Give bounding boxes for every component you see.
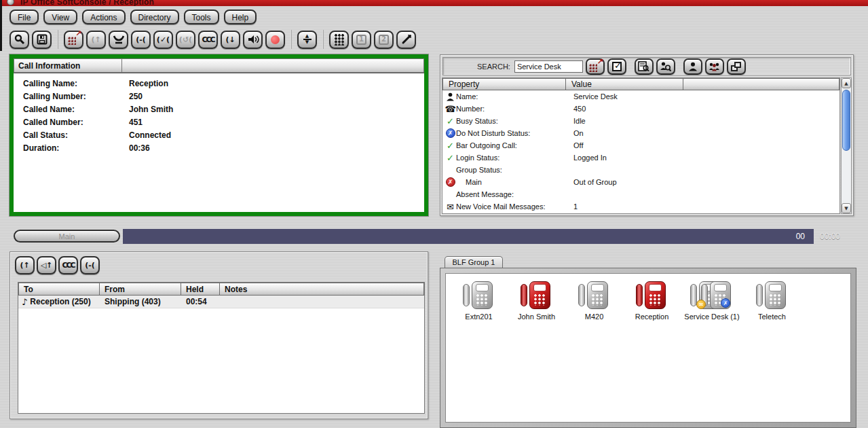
scrollbar-thumb[interactable]: [842, 90, 850, 151]
table-row[interactable]: ✉ New Voice Mail Messages:1: [442, 200, 839, 213]
call-field: Called Number:451: [23, 118, 424, 130]
search-button[interactable]: [10, 31, 29, 49]
transfer-button[interactable]: (-(: [131, 31, 151, 49]
table-row[interactable]: Group Status:: [442, 164, 839, 176]
transfer-complete-button[interactable]: (✓(: [153, 31, 173, 49]
menu-help[interactable]: Help: [224, 10, 257, 24]
voicemail-icon: ✉: [445, 202, 456, 212]
speaker-pickup-icon: ◁↑: [41, 262, 53, 269]
send-message-button[interactable]: [607, 58, 626, 75]
person-icon: [688, 62, 698, 71]
floppy-icon: [37, 34, 48, 45]
call-information-title: Call Information: [14, 58, 122, 73]
table-row[interactable]: ✗ Do Not Disturb Status:On: [442, 127, 839, 139]
hold-call-button[interactable]: (↓: [221, 31, 240, 49]
table-row[interactable]: Name:Service Desk: [442, 90, 839, 103]
scroll-up-icon[interactable]: ▲: [842, 78, 851, 88]
call-field: Duration:00:36: [23, 143, 424, 156]
call-field: Calling Name:Reception: [23, 79, 424, 92]
transfer-icon: (-(: [136, 36, 146, 43]
title-bar[interactable]: IP Office SoftConsole / Reception: [0, 0, 868, 6]
save-profile-button[interactable]: [32, 31, 52, 49]
directory-scrollbar[interactable]: ▲ ▼: [841, 77, 852, 214]
profile-2-button[interactable]: 2: [374, 31, 394, 49]
window-title: IP Office SoftConsole / Reception: [20, 0, 154, 6]
table-row[interactable]: ✓ Login Status:Logged In: [442, 151, 839, 164]
menu-view[interactable]: View: [43, 10, 77, 24]
make-call-button[interactable]: ↗: [64, 31, 83, 49]
preferences-button[interactable]: [396, 31, 416, 49]
check-icon: ✓: [445, 153, 456, 163]
queue-wait-time: 00:00: [820, 232, 840, 241]
blf-extension[interactable]: Extn201: [450, 281, 508, 321]
directory-panel: SEARCH: ↗: [440, 54, 854, 216]
window-edge: [0, 0, 2, 51]
held-calls-header: To From Held Notes: [18, 283, 424, 296]
call-selected-button[interactable]: ↗: [586, 58, 605, 75]
directory-entry-properties-button[interactable]: [656, 58, 675, 75]
conference-button[interactable]: CCC: [198, 31, 218, 49]
dialpad-call-icon: ↗: [589, 61, 601, 72]
split-resize-icon: ▲▼: [303, 35, 312, 44]
table-row[interactable]: ✗ MainOut of Group: [442, 176, 839, 188]
column-notes: Notes: [220, 283, 424, 296]
phone-busy-icon: [636, 281, 668, 310]
answer-held-button[interactable]: ◁↑: [37, 256, 56, 274]
table-row[interactable]: ✓ Bar Outgoing Call:Off: [442, 139, 839, 151]
call-field: Calling Number:250: [23, 92, 424, 105]
queue-main-button[interactable]: Main: [14, 230, 120, 243]
table-row[interactable]: Absent Message:: [442, 188, 839, 200]
phone-busy-icon: [521, 281, 553, 310]
page-button[interactable]: [243, 31, 263, 49]
column-spacer: [683, 78, 839, 90]
hook-icon: [113, 35, 125, 44]
dial-pad-button[interactable]: [329, 31, 349, 49]
unhold-button[interactable]: (↑: [15, 256, 35, 274]
directory-rows: Name:Service Desk ☎ Number:450 ✓ Busy St…: [442, 90, 839, 213]
checkbox-icon: [612, 62, 622, 71]
scroll-down-icon[interactable]: ▼: [842, 203, 851, 213]
app-icon: [7, 0, 14, 5]
answer-call-button[interactable]: (↑: [86, 31, 106, 49]
blf-group-tab[interactable]: BLF Group 1: [445, 256, 503, 268]
table-row[interactable]: ✓ Busy Status:Idle: [442, 115, 839, 127]
blf-extension[interactable]: M420: [565, 281, 623, 321]
conference-icon: CCC: [202, 36, 214, 43]
column-value: Value: [566, 78, 683, 90]
search-input[interactable]: [514, 60, 583, 73]
people-group-icon: [709, 62, 720, 71]
table-row[interactable]: ☎ Number:450: [442, 103, 839, 115]
blf-extension[interactable]: Teletech: [743, 281, 801, 321]
hangup-button[interactable]: [109, 31, 128, 49]
call-field: Call Status:Connected: [23, 130, 424, 143]
held-calls-table: To From Held Notes ♪Reception (250) Ship…: [18, 282, 425, 414]
conference-rooms-button[interactable]: [727, 58, 746, 75]
column-held: Held: [181, 283, 220, 296]
dnd-badge-icon: ✗: [721, 298, 730, 308]
search-label: SEARCH:: [477, 63, 510, 71]
transfer-held-button[interactable]: (-(: [80, 256, 100, 274]
menu-directory[interactable]: Directory: [130, 10, 179, 24]
conference-held-button[interactable]: CCC: [58, 256, 78, 274]
toggle-panels-button[interactable]: ▲▼: [297, 31, 317, 49]
blf-group-extension[interactable]: ✉ ✗ Service Desk (1): [681, 281, 743, 321]
queue-progress-bar: 00: [123, 229, 814, 244]
reattempt-transfer-button[interactable]: (↺(: [176, 31, 195, 49]
held-call-row[interactable]: ♪Reception (250) Shipping (403) 00:54: [18, 296, 424, 308]
blf-panel-body: Extn201 John Smith M420: [445, 273, 851, 423]
profile-1-button[interactable]: 1: [352, 31, 371, 49]
music-note-icon: ♪: [22, 297, 27, 307]
blf-extension[interactable]: John Smith: [508, 281, 565, 321]
directory-details-button[interactable]: [635, 58, 654, 75]
blf-extension[interactable]: Reception: [623, 281, 681, 321]
phone-group-icon: ✉ ✗: [690, 281, 734, 310]
column-from: From: [100, 283, 181, 296]
directory-users-button[interactable]: [683, 58, 702, 75]
directory-groups-button[interactable]: [705, 58, 724, 75]
menu-tools[interactable]: Tools: [184, 10, 219, 24]
menu-actions[interactable]: Actions: [82, 10, 125, 24]
person-search-icon: [660, 61, 671, 71]
record-call-button[interactable]: [265, 31, 285, 49]
menu-file[interactable]: File: [10, 10, 39, 24]
phone-icon: ☎: [445, 104, 456, 114]
